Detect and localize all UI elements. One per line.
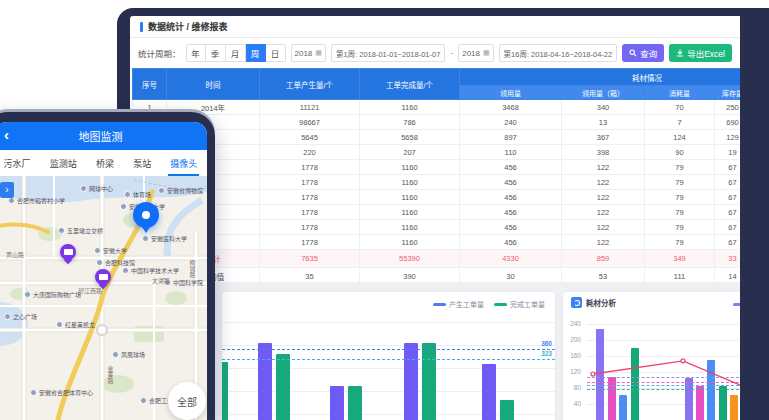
y-tick: 40: [565, 400, 581, 407]
breadcrumb: 数据统计 / 维修报表: [148, 20, 228, 33]
start-year-value: 2018: [295, 49, 313, 58]
start-year-select[interactable]: 2018 ▦: [291, 44, 326, 62]
dashboard-screen: 数据统计 / 维修报表 统计周期： 年季月周日 2018 ▦ 第1周: 2018…: [130, 16, 740, 420]
analysis-icon: [571, 297, 582, 308]
reference-line: [587, 389, 740, 390]
tab-监测站[interactable]: 监测站: [50, 150, 77, 176]
legend-item: 产生工单量: [433, 299, 484, 309]
column-header: 工单完成量/个: [360, 69, 460, 100]
material-chart-card: 耗材分析 2402001601208040: [563, 292, 740, 420]
column-header: 时间: [167, 69, 260, 100]
map-poi-label: 凤凰球场: [112, 350, 145, 359]
tab-泵站[interactable]: 泵站: [133, 150, 151, 176]
bar: [696, 386, 704, 420]
search-icon: [629, 49, 637, 57]
selected-location-pin[interactable]: [133, 202, 159, 228]
period-option[interactable]: 季: [206, 44, 226, 62]
map-poi-label: 大唐国际购物广场: [24, 290, 81, 299]
back-icon[interactable]: ‹: [4, 126, 9, 143]
map-road-label: 金寨路: [106, 366, 115, 384]
bar: [222, 362, 228, 420]
material-chart-header: 耗材分析: [571, 297, 616, 308]
period-segment: 年季月周日: [186, 44, 286, 62]
poi-dot-icon: [8, 197, 15, 204]
table-row: 5177811604561227967: [133, 160, 741, 175]
bar: [500, 400, 514, 420]
table-row: 10177811604561227967: [133, 235, 741, 250]
bar: [619, 395, 627, 420]
poi-dot-icon: [24, 291, 31, 298]
app-title: 地图监测: [79, 128, 123, 144]
y-tick: 80: [565, 384, 581, 391]
poi-dot-icon: [124, 191, 131, 198]
map-poi-label: 中国科学技术大学: [122, 266, 179, 275]
sub-column-header: 库存量: [715, 86, 741, 100]
y-tick: 160: [565, 352, 581, 359]
map-poi-label: 红星美凯龙: [56, 320, 95, 329]
map-poi-label: 安徽省博物馆: [158, 186, 203, 195]
period-option[interactable]: 年: [186, 44, 206, 62]
bar: [422, 343, 436, 420]
table-row: 6177811604561227967: [133, 175, 741, 190]
material-chart-title: 耗材分析: [586, 297, 616, 308]
phone-mockup: ‹ 地图监测 污水厂监测站桥梁泵站摄像头: [0, 112, 215, 420]
tab-污水厂[interactable]: 污水厂: [4, 150, 31, 176]
legend-item: 完成工单量: [494, 299, 545, 309]
column-header: 序号: [133, 69, 167, 100]
map-canvas[interactable]: › 全部 网球中心合肥市稻香村小学体育场安徽农业大学安徽省博物馆五里墩立交桥安徽…: [0, 176, 207, 420]
report-table: 序号时间工单产生量/个工单完成量/个耗材情况领用量领用量（箱）消耗量库存量120…: [132, 68, 740, 286]
map-poi-label: 安徽大学: [94, 246, 127, 255]
export-label: 导出Excel: [687, 47, 725, 59]
period-option[interactable]: 月: [226, 44, 246, 62]
poi-dot-icon: [80, 185, 87, 192]
poi-dot-icon: [158, 187, 165, 194]
map-road-label: 桐城路: [188, 260, 197, 278]
tab-摄像头[interactable]: 摄像头: [170, 150, 197, 176]
all-button[interactable]: 全部: [168, 382, 206, 420]
material-legend-dash: [733, 303, 740, 306]
poi-dot-icon: [122, 267, 129, 274]
bar: [276, 354, 290, 420]
poi-dot-icon: [96, 259, 103, 266]
phone-screen: ‹ 地图监测 污水厂监测站桥梁泵站摄像头: [0, 122, 207, 420]
filter-label: 统计周期：: [138, 47, 181, 59]
reference-line: [222, 359, 555, 360]
poi-dot-icon: [58, 227, 65, 234]
end-range-input[interactable]: 第16周: 2018-04-16~2018-04-22: [499, 44, 618, 62]
map-poi-label: 安徽省合肥体育中心: [30, 388, 93, 397]
group-header: 耗材情况: [460, 69, 741, 86]
y-tick: 200: [565, 336, 581, 343]
bar: [719, 386, 727, 420]
sub-column-header: 消耗量: [645, 86, 715, 100]
export-excel-button[interactable]: 导出Excel: [669, 44, 732, 62]
reference-line: [587, 377, 740, 378]
calendar-icon: ▦: [315, 49, 322, 57]
map-expand-button[interactable]: ›: [0, 182, 14, 198]
bar: [707, 360, 715, 420]
poi-dot-icon: [140, 397, 147, 404]
calendar-icon: ▦: [483, 49, 490, 57]
period-option[interactable]: 周: [246, 44, 266, 62]
reference-line: [222, 349, 555, 350]
poi-dot-icon: [94, 247, 101, 254]
camera-marker-pin[interactable]: [95, 269, 111, 285]
table-row: 298667786240137690: [133, 115, 741, 130]
charts-area: 产生工单量完成工单量 360323 耗材分析 2402001601208040: [130, 282, 740, 420]
column-header: 工单产生量/个: [260, 69, 360, 100]
camera-marker-pin[interactable]: [60, 244, 76, 260]
tab-桥梁[interactable]: 桥梁: [96, 150, 114, 176]
poi-dot-icon: [30, 389, 37, 396]
start-range-input[interactable]: 第1周: 2018-01-01~2018-01-07: [331, 44, 445, 62]
page: 数据统计 / 维修报表 统计周期： 年季月周日 2018 ▦ 第1周: 2018…: [0, 0, 769, 420]
query-button[interactable]: 查询: [622, 44, 664, 62]
reference-label: 323: [541, 350, 552, 358]
breadcrumb-bar: 数据统计 / 维修报表: [130, 16, 740, 38]
table-row: 7177811604561227967: [133, 190, 741, 205]
bar: [608, 377, 616, 420]
bar: [404, 343, 418, 420]
end-year-value: 2018: [462, 49, 480, 58]
reference-line: [587, 382, 740, 383]
filter-toolbar: 统计周期： 年季月周日 2018 ▦ 第1周: 2018-01-01~2018-…: [130, 38, 740, 68]
end-year-select[interactable]: 2018 ▦: [458, 44, 493, 62]
period-option[interactable]: 日: [266, 44, 286, 62]
